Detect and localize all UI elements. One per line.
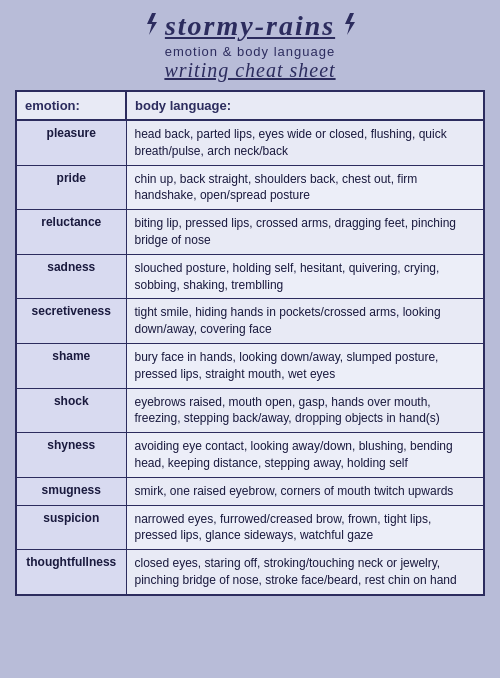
emotion-cell: secretiveness xyxy=(16,299,126,344)
cheat-sheet-table: emotion: body language: pleasurehead bac… xyxy=(15,90,485,596)
emotion-cell: reluctance xyxy=(16,210,126,255)
body-language-cell: chin up, back straight, shoulders back, … xyxy=(126,165,484,210)
table-row: thoughtfullnessclosed eyes, staring off,… xyxy=(16,550,484,595)
header: stormy-rains emotion & body language wri… xyxy=(143,10,357,82)
col-emotion-header: emotion: xyxy=(16,91,126,120)
emotion-cell: shock xyxy=(16,388,126,433)
table-row: pridechin up, back straight, shoulders b… xyxy=(16,165,484,210)
emotion-cell: pleasure xyxy=(16,120,126,165)
table-row: shockeyebrows raised, mouth open, gasp, … xyxy=(16,388,484,433)
table-row: shynessavoiding eye contact, looking awa… xyxy=(16,433,484,478)
svg-marker-1 xyxy=(345,13,355,35)
table-row: shamebury face in hands, looking down/aw… xyxy=(16,343,484,388)
emotion-cell: smugness xyxy=(16,477,126,505)
table-header-row: emotion: body language: xyxy=(16,91,484,120)
title-row: stormy-rains xyxy=(143,10,357,42)
body-language-cell: eyebrows raised, mouth open, gasp, hands… xyxy=(126,388,484,433)
body-language-cell: slouched posture, holding self, hesitant… xyxy=(126,254,484,299)
table-row: reluctancebiting lip, pressed lips, cros… xyxy=(16,210,484,255)
body-language-cell: head back, parted lips, eyes wide or clo… xyxy=(126,120,484,165)
emotion-cell: shyness xyxy=(16,433,126,478)
table-row: pleasurehead back, parted lips, eyes wid… xyxy=(16,120,484,165)
emotion-cell: sadness xyxy=(16,254,126,299)
emotion-cell: thoughtfullness xyxy=(16,550,126,595)
col-body-language-header: body language: xyxy=(126,91,484,120)
svg-marker-0 xyxy=(147,13,157,35)
table-row: suspicionnarrowed eyes, furrowed/creased… xyxy=(16,505,484,550)
body-language-cell: avoiding eye contact, looking away/down,… xyxy=(126,433,484,478)
table-row: sadnessslouched posture, holding self, h… xyxy=(16,254,484,299)
emotion-cell: pride xyxy=(16,165,126,210)
body-language-cell: narrowed eyes, furrowed/creased brow, fr… xyxy=(126,505,484,550)
subtitle2: writing cheat sheet xyxy=(164,59,335,82)
lightning-right-icon xyxy=(341,13,357,40)
table-row: smugnesssmirk, one raised eyebrow, corne… xyxy=(16,477,484,505)
emotion-cell: suspicion xyxy=(16,505,126,550)
subtitle1: emotion & body language xyxy=(165,44,335,59)
body-language-cell: smirk, one raised eyebrow, corners of mo… xyxy=(126,477,484,505)
emotion-cell: shame xyxy=(16,343,126,388)
body-language-cell: biting lip, pressed lips, crossed arms, … xyxy=(126,210,484,255)
body-language-cell: closed eyes, staring off, stroking/touch… xyxy=(126,550,484,595)
body-language-cell: bury face in hands, looking down/away, s… xyxy=(126,343,484,388)
body-language-cell: tight smile, hiding hands in pockets/cro… xyxy=(126,299,484,344)
main-title: stormy-rains xyxy=(165,10,335,42)
lightning-left-icon xyxy=(143,13,159,40)
table-row: secretivenesstight smile, hiding hands i… xyxy=(16,299,484,344)
